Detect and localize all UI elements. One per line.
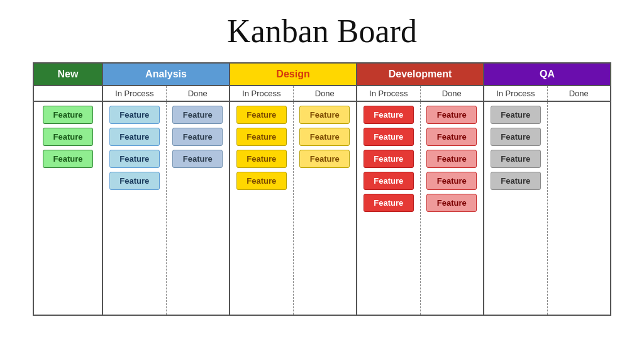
- card-qa-process-4[interactable]: Feature: [491, 172, 541, 190]
- lane-new: Feature Feature Feature: [34, 102, 103, 315]
- sub-analysis-done: Done: [167, 86, 231, 101]
- card-design-done-2[interactable]: Feature: [299, 128, 350, 146]
- card-qa-process-1[interactable]: Feature: [491, 106, 541, 124]
- card-analysis-done-3[interactable]: Feature: [172, 150, 223, 168]
- card-design-process-1[interactable]: Feature: [236, 106, 287, 124]
- lane-analysis-done: Feature Feature Feature: [167, 102, 231, 315]
- card-analysis-done-2[interactable]: Feature: [172, 128, 223, 146]
- card-dev-process-1[interactable]: Feature: [364, 106, 414, 124]
- sub-new-spacer: [34, 86, 103, 101]
- card-design-done-3[interactable]: Feature: [299, 150, 350, 168]
- sub-headers: In Process Done In Process Done In Proce…: [34, 85, 610, 101]
- lane-qa-done: [548, 102, 611, 315]
- card-analysis-process-2[interactable]: Feature: [109, 128, 160, 146]
- card-analysis-done-1[interactable]: Feature: [172, 106, 223, 124]
- kanban-board: New Analysis Design Development QA In Pr…: [33, 62, 611, 316]
- sub-dev-process: In Process: [357, 86, 421, 101]
- card-design-process-2[interactable]: Feature: [236, 128, 287, 146]
- lane-qa-process: Feature Feature Feature Feature: [484, 102, 548, 315]
- board-body: Feature Feature Feature Feature Feature …: [34, 101, 610, 315]
- sub-dev-done: Done: [421, 86, 485, 101]
- card-dev-done-3[interactable]: Feature: [426, 150, 477, 168]
- sub-qa-done: Done: [548, 86, 611, 101]
- card-design-done-1[interactable]: Feature: [299, 106, 350, 124]
- card-design-process-3[interactable]: Feature: [236, 150, 287, 168]
- card-dev-process-2[interactable]: Feature: [364, 128, 414, 146]
- card-dev-done-1[interactable]: Feature: [426, 106, 477, 124]
- sub-design-process: In Process: [230, 86, 294, 101]
- col-header-new: New: [34, 64, 103, 85]
- card-dev-done-2[interactable]: Feature: [426, 128, 477, 146]
- lane-dev-process: Feature Feature Feature Feature Feature: [357, 102, 421, 315]
- sub-design-done: Done: [294, 86, 358, 101]
- card-dev-process-5[interactable]: Feature: [364, 194, 414, 212]
- card-dev-done-5[interactable]: Feature: [426, 194, 477, 212]
- lane-analysis-process: Feature Feature Feature Feature: [103, 102, 167, 315]
- sub-qa-process: In Process: [484, 86, 548, 101]
- card-analysis-process-1[interactable]: Feature: [109, 106, 160, 124]
- page-title: Kanban Board: [227, 13, 417, 50]
- col-header-dev: Development: [357, 64, 484, 85]
- lane-design-done: Feature Feature Feature: [294, 102, 358, 315]
- card-new-1[interactable]: Feature: [43, 106, 93, 124]
- col-header-analysis: Analysis: [103, 64, 230, 85]
- card-dev-process-3[interactable]: Feature: [364, 150, 414, 168]
- col-header-qa: QA: [484, 64, 610, 85]
- card-design-process-4[interactable]: Feature: [236, 172, 287, 190]
- column-headers: New Analysis Design Development QA: [34, 64, 610, 85]
- col-header-design: Design: [230, 64, 357, 85]
- lane-design-process: Feature Feature Feature Feature: [230, 102, 294, 315]
- lane-dev-done: Feature Feature Feature Feature Feature: [421, 102, 485, 315]
- card-qa-process-2[interactable]: Feature: [491, 128, 541, 146]
- card-dev-done-4[interactable]: Feature: [426, 172, 477, 190]
- sub-analysis-process: In Process: [103, 86, 167, 101]
- card-dev-process-4[interactable]: Feature: [364, 172, 414, 190]
- card-new-2[interactable]: Feature: [43, 128, 93, 146]
- card-analysis-process-3[interactable]: Feature: [109, 150, 160, 168]
- card-analysis-process-4[interactable]: Feature: [109, 172, 160, 190]
- card-qa-process-3[interactable]: Feature: [491, 150, 541, 168]
- card-new-3[interactable]: Feature: [43, 150, 93, 168]
